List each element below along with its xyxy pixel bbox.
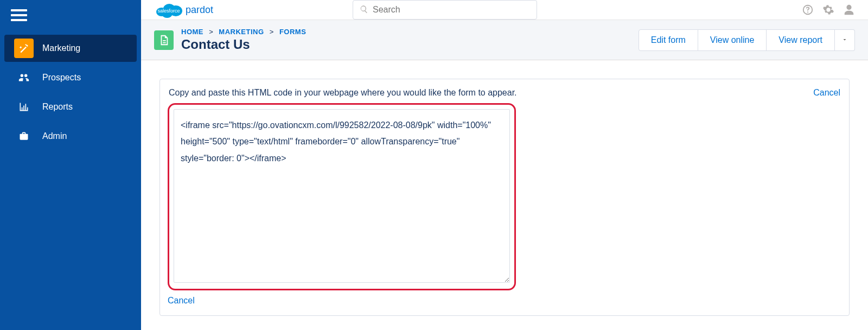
page-title: Contact Us xyxy=(181,37,306,52)
sidebar-item-label: Marketing xyxy=(42,43,80,53)
top-actions xyxy=(802,4,855,16)
svg-rect-1 xyxy=(11,14,27,16)
chart-icon xyxy=(14,97,34,117)
svg-rect-2 xyxy=(11,19,27,21)
brand-cloud-text: salesforce xyxy=(157,8,180,14)
embed-code-textarea[interactable] xyxy=(174,109,510,283)
view-online-button[interactable]: View online xyxy=(698,29,767,51)
search-input-wrap[interactable] xyxy=(353,0,537,20)
sidebar-item-label: Reports xyxy=(42,102,73,112)
crumb-home[interactable]: HOME xyxy=(181,28,203,36)
main: salesforce pardot xyxy=(141,0,868,330)
view-report-button[interactable]: View report xyxy=(767,29,835,51)
users-icon xyxy=(14,68,34,87)
sidebar: Marketing Prospects Reports Admin xyxy=(0,0,141,330)
brand-logo: salesforce pardot xyxy=(154,0,213,20)
form-page-icon xyxy=(154,30,174,50)
hamburger-button[interactable] xyxy=(0,0,141,30)
cancel-link-bottom[interactable]: Cancel xyxy=(168,296,841,306)
cancel-link-top[interactable]: Cancel xyxy=(813,88,840,98)
embed-code-panel: Copy and paste this HTML code in your we… xyxy=(159,79,850,316)
sidebar-item-prospects[interactable]: Prospects xyxy=(4,64,137,91)
search-input[interactable] xyxy=(373,5,530,15)
breadcrumb: HOME > MARKETING > FORMS xyxy=(181,28,306,36)
panel-instruction: Copy and paste this HTML code in your we… xyxy=(169,88,517,98)
sidebar-nav: Marketing Prospects Reports Admin xyxy=(0,30,141,150)
brand-sub-text: pardot xyxy=(186,4,213,16)
svg-rect-0 xyxy=(11,9,27,11)
hamburger-icon xyxy=(11,9,27,21)
crumb-sep: > xyxy=(209,28,213,36)
wand-icon xyxy=(14,39,34,58)
crumb-sep: > xyxy=(270,28,274,36)
sidebar-item-reports[interactable]: Reports xyxy=(4,93,137,120)
page-actions: Edit form View online View report xyxy=(639,29,855,51)
crumb-marketing[interactable]: MARKETING xyxy=(219,28,264,36)
page-header: HOME > MARKETING > FORMS Contact Us Edit… xyxy=(141,20,868,60)
more-actions-button[interactable] xyxy=(835,29,855,51)
code-highlight-box xyxy=(168,103,516,290)
caret-down-icon xyxy=(841,35,848,45)
content-area: Copy and paste this HTML code in your we… xyxy=(141,60,868,330)
search-icon xyxy=(360,5,368,15)
topbar: salesforce pardot xyxy=(141,0,868,20)
user-icon[interactable] xyxy=(843,4,855,16)
sidebar-item-label: Admin xyxy=(42,131,67,141)
briefcase-icon xyxy=(14,126,34,146)
gear-icon[interactable] xyxy=(822,4,834,16)
edit-form-button[interactable]: Edit form xyxy=(639,29,698,51)
sidebar-item-admin[interactable]: Admin xyxy=(4,123,137,150)
help-icon[interactable] xyxy=(802,4,814,16)
sidebar-item-marketing[interactable]: Marketing xyxy=(4,35,137,62)
crumb-forms[interactable]: FORMS xyxy=(279,28,306,36)
sidebar-item-label: Prospects xyxy=(42,73,81,82)
salesforce-cloud-icon: salesforce xyxy=(154,0,183,20)
